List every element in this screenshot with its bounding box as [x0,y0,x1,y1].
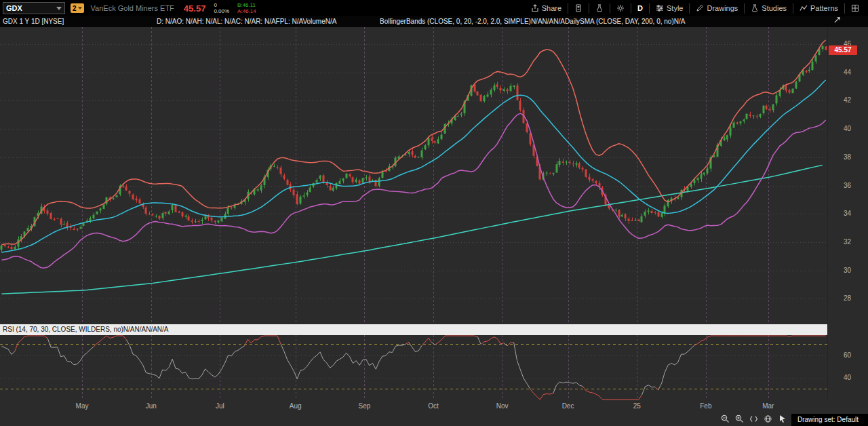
report-icon [574,4,583,12]
chevron-down-icon [78,7,82,9]
price-axis-tick: 40 [844,125,851,133]
style-button[interactable]: Style [650,0,689,16]
beaker-icon [595,4,604,12]
layout-button[interactable] [845,0,865,16]
chart-tool-icons [721,414,787,426]
symbol-text: GDX [6,4,22,12]
last-price: 45.57 [184,3,206,14]
change-value: 0 [214,2,229,8]
month-label: Aug [281,402,311,410]
price-axis-tick: 42 [844,96,851,104]
change-readout: 0 0.00% [214,2,229,14]
price-axis-tick: 28 [844,294,851,303]
last-price-flag: 45.57 [829,45,857,55]
chart-ohlc-info: D: N/AO: N/AH: N/AL: N/AC: N/AR: N/AFPL:… [157,16,336,27]
month-label: May [67,402,97,410]
price-chart-canvas[interactable] [0,27,827,324]
expand-icon[interactable] [833,16,841,27]
analyze-button[interactable] [589,0,610,16]
month-label: Mar [753,402,783,410]
rsi-chart-panel [0,335,827,400]
month-label: 25 [622,402,652,410]
studies-button[interactable]: Studies [745,0,793,16]
style-icon [656,4,664,12]
month-label: Dec [553,402,583,410]
globe-button[interactable] [764,414,772,426]
rsi-axis-tick: 60 [844,351,851,360]
price-axis-tick: 38 [844,153,851,161]
zigzag-icon [800,4,808,12]
layout-grid-icon [851,4,859,12]
price-axis-tick: 34 [844,210,851,218]
chart-symbol-info: GDX 1 Y 1D [NYSE] [3,16,64,27]
zoom-in-button[interactable] [735,414,744,426]
price-chart-panel [0,27,827,324]
price-axis-tick: 30 [844,267,851,275]
share-button[interactable]: Share [525,0,568,16]
month-label: Sep [349,402,379,410]
month-label: Feb [691,402,721,410]
month-label: Oct [418,402,448,410]
drawing-set-label[interactable]: Drawing set: Default [791,414,868,426]
instrument-name: VanEck Gold Miners ETF [91,4,174,12]
cursor-tool-button[interactable] [778,414,787,426]
studies-label: Studies [762,4,787,12]
bid-value: B:46.11 [237,2,256,8]
reports-button[interactable] [568,0,589,16]
share-label: Share [542,4,561,12]
month-label: Jul [205,402,235,410]
gear-icon [616,4,625,12]
settings-button[interactable] [610,0,631,16]
ask-value: A:46.14 [237,8,256,14]
drawings-label: Drawings [707,4,738,12]
month-label: Nov [488,402,517,410]
toolbar-buttons: Share D Style [525,0,865,16]
drawings-button[interactable]: Drawings [690,0,744,16]
pencil-icon [696,4,704,12]
time-axis[interactable]: MayJunJulAugSepOctNovDec25FebMar [0,400,868,414]
rsi-axis-tick: 40 [844,374,851,382]
symbol-input[interactable]: GDX [3,2,65,14]
price-axis-tick: 36 [844,182,851,190]
timeframe-label: D [637,4,643,12]
price-axis[interactable]: 45.57 464442403836343230286040 [827,27,868,414]
top-toolbar: GDX 2 VanEck Gold Miners ETF 45.57 0 0.0… [0,0,868,16]
status-bar: Drawing set: Default [0,414,868,426]
flask-icon [751,4,759,12]
zoom-out-button[interactable] [721,414,730,426]
rsi-study-label: RSI (14, 70, 30, CLOSE, WILDERS, no)N/AN… [3,326,169,333]
chevron-down-icon [56,7,62,10]
price-axis-tick: 32 [844,238,851,246]
month-label: Jun [136,402,166,410]
timeframe-button[interactable]: D [631,0,649,16]
rsi-chart-canvas[interactable] [0,335,827,400]
rsi-header-bar[interactable]: RSI (14, 70, 30, CLOSE, WILDERS, no)N/AN… [0,324,827,335]
alerts-badge[interactable]: 2 [71,3,84,13]
bid-ask-readout: B:46.11 A:46.14 [237,2,256,14]
pan-arrows-button[interactable] [749,414,758,426]
trading-platform-window: GDX 2 VanEck Gold Miners ETF 45.57 0 0.0… [0,0,868,426]
alerts-count: 2 [73,5,77,12]
change-percent: 0.00% [214,8,229,14]
price-axis-tick: 44 [844,69,851,77]
style-label: Style [667,4,683,12]
chart-header-bar: GDX 1 Y 1D [NYSE] D: N/AO: N/AH: N/AL: N… [0,16,868,27]
patterns-button[interactable]: Patterns [793,0,844,16]
chart-studies-info: BollingerBands (CLOSE, 0, 20, -2.0, 2.0,… [380,16,685,27]
share-icon [531,4,539,12]
patterns-label: Patterns [810,4,838,12]
